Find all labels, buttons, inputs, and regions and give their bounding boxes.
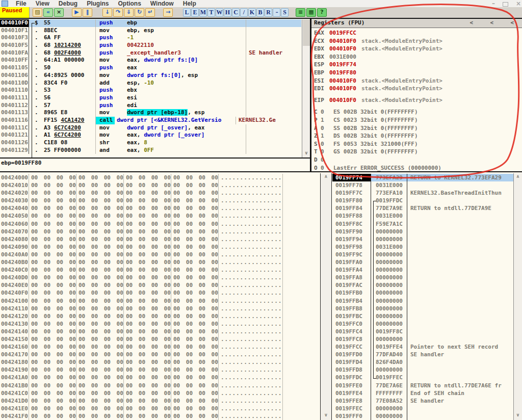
stack-row[interactable]: 0019FFEC00000000 [332,405,513,412]
dump-row[interactable]: 0042408000 00 00 0000 00 00 0000 00 00 0… [0,235,320,243]
panel-button-k[interactable]: K [248,8,256,17]
panel-button-r[interactable]: R [265,8,272,17]
panel-button-b[interactable]: B [256,8,264,17]
scroll-down-icon[interactable]: ∨ [321,412,331,419]
disasm-row[interactable]: 004010FF.64:A1 000000moveax, dword ptr f… [0,57,301,64]
panel-button-t[interactable]: T [207,8,215,17]
flag-row[interactable]: O0LastErr ERROR_SUCCESS (00000000) [311,164,522,172]
menu-item-options[interactable]: Options [114,0,146,7]
disasm-row[interactable]: 00401116.FF15 4CA1420calldword ptr [<&KE… [0,117,301,124]
go-to-button[interactable]: → [163,8,173,17]
register-row[interactable]: EAX0019FFCC [311,29,522,37]
flag-row[interactable]: Z1DS 002B 32bit 0(FFFFFFFF) [311,132,522,140]
stack-row[interactable]: 0019FFA800000000 [332,274,513,281]
stack-row[interactable]: 0019FF9000000000 [332,228,513,235]
appearance-button[interactable]: ▦ [306,8,316,17]
stack-row[interactable]: 0019FFDC0019FFEC [332,374,513,381]
dump-row[interactable]: 0042411000 00 00 0000 00 00 0000 00 00 0… [0,305,320,312]
stack-row[interactable]: 0019FFA000000000 [332,258,513,266]
dump-row[interactable]: 0042412000 00 00 0000 00 00 0000 00 00 0… [0,312,320,320]
stack-row[interactable]: 0019FFBC00000000 [332,312,513,320]
disasm-row[interactable]: 004010F0$55pushebp [0,19,301,27]
animate-into-button[interactable]: ⇓ [124,8,134,17]
scroll-down-icon[interactable]: ∨ [514,412,522,419]
stack-row[interactable]: 0019FFE4FFFFFFFFEnd of SEH chain [332,389,513,397]
dump-row[interactable]: 004241A000 00 00 0000 00 00 0000 00 00 0… [0,374,320,381]
stack-row[interactable]: 0019FF780031E000 [332,181,513,189]
stack-row[interactable]: 0019FFAC00000000 [332,281,513,289]
register-row[interactable]: ESI004010F0stack.<ModuleEntryPoint> [311,77,522,85]
dump-scrollbar[interactable]: ∧ ∨ [320,173,332,420]
dump-row[interactable]: 0042405000 00 00 0000 00 00 0000 00 00 0… [0,212,320,220]
run-button[interactable]: ▶ [72,8,82,17]
register-row[interactable]: ECX004010F0stack.<ModuleEntryPoint> [311,37,522,45]
panel-button-more[interactable]: ... [273,8,280,17]
stack-row[interactable]: 0019FF74773EFA29RETURN to KERNEL32.773EF… [332,174,513,181]
stack-row[interactable]: 0019FFE877E08A52SE handler [332,397,513,405]
scroll-up-icon[interactable]: ∧ [514,174,522,181]
disasm-row[interactable]: 00401129.25 FF000000andeax, 0FF [0,147,301,154]
dump-row[interactable]: 0042416000 00 00 0000 00 00 0000 00 00 0… [0,343,320,351]
dump-row[interactable]: 004240E000 00 00 0000 00 00 0000 00 00 0… [0,281,320,289]
stack-row[interactable]: 0019FFCC0019FFE4Pointer to next SEH reco… [332,343,513,351]
stack-row[interactable]: 0019FFD800000000 [332,366,513,374]
dump-row[interactable]: 0042418000 00 00 0000 00 00 0000 00 00 0… [0,358,320,366]
register-row[interactable]: ESP0019FF74 [311,61,522,69]
disasm-row[interactable]: 00401105.50pusheax [0,64,301,72]
disasm-row[interactable]: 00401112.57pushedi [0,102,301,110]
dump-row[interactable]: 004241C000 00 00 0000 00 00 0000 00 00 0… [0,389,320,397]
scroll-down-icon[interactable]: ∨ [302,150,310,158]
stack-row[interactable]: 0019FF8477DE7A9ERETURN to ntdll.77DE7A9E [332,204,513,212]
register-row[interactable]: EIP004010F0stack.<ModuleEntryPoint> [311,96,522,104]
dump-row[interactable]: 0042401000 00 00 0000 00 00 0000 00 00 0… [0,181,320,189]
menu-item-view[interactable]: View [31,0,54,7]
register-row[interactable]: EDX004010F0stack.<ModuleEntryPoint> [311,45,522,53]
dump-row[interactable]: 0042409000 00 00 0000 00 00 0000 00 00 0… [0,243,320,251]
disasm-row[interactable]: 00401126.C1E8 08shreax, 8 [0,139,301,147]
dump-row[interactable]: 0042407000 00 00 0000 00 00 0000 00 00 0… [0,228,320,235]
disasm-row[interactable]: 004010F5.68 10214200push00422110 [0,42,301,49]
step-into-button[interactable]: ↓ [102,8,112,17]
stack-row[interactable]: 0019FFD4826F4DA0 [332,358,513,366]
restart-button[interactable]: « [43,8,53,17]
flag-row[interactable]: S0FS 0053 32bit 321000(FFF) [311,140,522,148]
stack-row[interactable]: 0019FFE077DE7A6ERETURN to ntdll.77DE7A6E… [332,382,513,389]
scroll-up-icon[interactable]: ∧ [321,174,331,181]
flag-row[interactable]: D0 [311,156,522,164]
panel-button-l[interactable]: L [183,8,191,17]
dump-row[interactable]: 0042404000 00 00 0000 00 00 0000 00 00 0… [0,204,320,212]
disasm-row[interactable]: 0040110D.83C4 F0addesp, -10 [0,80,301,87]
restore-button[interactable] [503,2,508,7]
disasm-row[interactable]: 00401110.53pushebx [0,87,301,94]
dump-row[interactable]: 0042417000 00 00 0000 00 00 0000 00 00 0… [0,351,320,358]
disasm-row[interactable]: 00401121.A1 6C7C4200moveax, dword ptr [_… [0,132,301,139]
register-row[interactable]: EBP0019FF80 [311,69,522,77]
menu-item-help[interactable]: Help [178,0,201,7]
menu-item-plugins[interactable]: Plugins [82,0,113,7]
stack-row[interactable]: 0019FF9C00000000 [332,251,513,258]
dump-row[interactable]: 0042413000 00 00 0000 00 00 0000 00 00 0… [0,320,320,328]
dump-row[interactable]: 0042415000 00 00 0000 00 00 0000 00 00 0… [0,335,320,343]
step-over-button[interactable]: ↷ [113,8,123,17]
stack-row[interactable]: 0019FFC40019FF8C [332,328,513,335]
stack-row[interactable]: 0019FFF000000000 [332,412,513,420]
dump-row[interactable]: 004241F000 00 00 0000 00 00 0000 00 00 0… [0,412,320,420]
collapse-icon[interactable]: < [469,19,473,27]
log-button[interactable]: ≡ [296,8,305,17]
panel-button-m[interactable]: M [199,8,207,17]
stack-row[interactable]: 0019FFC800000000 [332,335,513,343]
dump-row[interactable]: 0042402000 00 00 0000 00 00 0000 00 00 0… [0,189,320,197]
panel-button-e[interactable]: E [191,8,199,17]
stack-row[interactable]: 0019FF800019FFDC [332,197,513,204]
disasm-row[interactable]: 00401106.64:8925 0000movdword ptr fs:[0]… [0,72,301,80]
dump-row[interactable]: 0042406000 00 00 0000 00 00 0000 00 00 0… [0,220,320,228]
stack-row[interactable]: 0019FF7C773EFA10KERNEL32.BaseThreadInitT… [332,189,513,197]
disasm-row[interactable]: 004010F3.6A FFpush-1 [0,34,301,42]
minimize-button[interactable]: – [492,0,495,7]
pause-button[interactable]: ‖ [83,8,92,17]
dump-row[interactable]: 004241D000 00 00 0000 00 00 0000 00 00 0… [0,397,320,405]
stack-row[interactable]: 0019FFC000000000 [332,320,513,328]
stack-row[interactable]: 0019FFB000000000 [332,289,513,297]
dump-row[interactable]: 004241E000 00 00 0000 00 00 0000 00 00 0… [0,405,320,412]
stack-row[interactable]: 0019FF9400000000 [332,235,513,243]
